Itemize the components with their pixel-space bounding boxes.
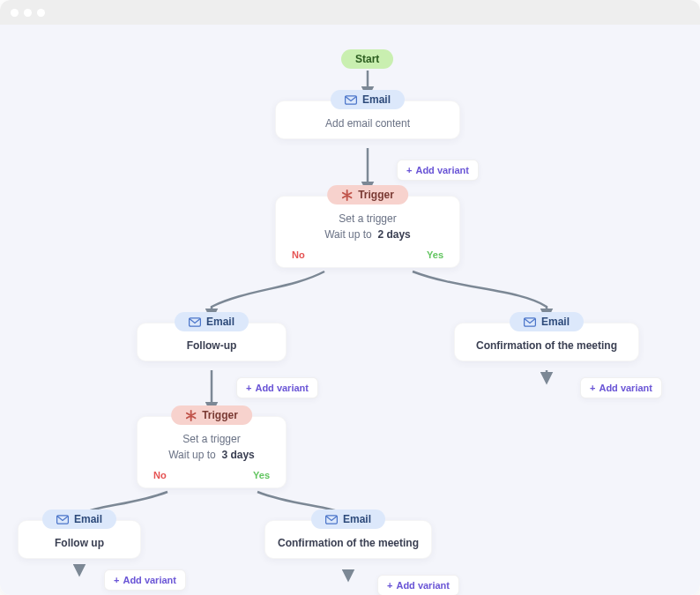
branch-yes: Yes [253, 470, 270, 480]
email-pill-label: Email [206, 316, 235, 328]
branch-no: No [153, 470, 167, 480]
email-pill: Email [311, 509, 385, 529]
start-label: Start [355, 53, 379, 65]
email-pill-label: Email [541, 316, 570, 328]
window-dot [37, 9, 45, 17]
email-pill-label: Email [343, 513, 371, 525]
branch-no: No [292, 249, 305, 260]
wait-value: 2 days [377, 228, 410, 241]
workflow-canvas[interactable]: Start Email Add email content + Add vari… [0, 25, 700, 595]
email-pill: Email [510, 312, 584, 331]
email-pill: Email [175, 312, 249, 331]
plus-icon: + [406, 165, 412, 175]
asterisk-icon [341, 190, 353, 201]
mail-icon [325, 515, 338, 524]
mail-icon [524, 317, 536, 327]
trigger-body: Set a trigger Wait up to 3 days [138, 417, 286, 470]
email-node[interactable]: Email Follow up [18, 520, 141, 559]
trigger-pill-label: Trigger [358, 189, 394, 201]
wait-value: 3 days [221, 449, 254, 461]
email-node[interactable]: Email Follow-up [137, 323, 287, 361]
mail-icon [189, 317, 201, 327]
email-node[interactable]: Email Add email content [275, 100, 460, 139]
plus-icon: + [114, 575, 119, 585]
window-dot [24, 9, 32, 17]
add-variant-button[interactable]: + Add variant [236, 377, 318, 398]
branch-yes: Yes [427, 249, 443, 260]
wait-prefix: Wait up to [324, 228, 372, 241]
window-dot [11, 9, 19, 17]
start-pill: Start [341, 49, 393, 69]
plus-icon: + [590, 383, 595, 393]
plus-icon: + [387, 580, 392, 591]
email-pill-label: Email [74, 513, 102, 525]
add-variant-label: Add variant [255, 383, 309, 393]
trigger-pill-label: Trigger [202, 409, 238, 421]
add-variant-label: Add variant [415, 165, 469, 175]
add-variant-button[interactable]: + Add variant [397, 160, 479, 181]
start-node[interactable]: Start [341, 49, 393, 69]
mail-icon [56, 515, 69, 524]
plus-icon: + [246, 383, 251, 393]
trigger-pill: Trigger [171, 405, 252, 425]
email-node[interactable]: Email Confirmation of the meeting [264, 520, 432, 559]
trigger-node[interactable]: Trigger Set a trigger Wait up to 2 days … [275, 196, 460, 268]
add-variant-label: Add variant [599, 383, 652, 393]
trigger-branches: No Yes [138, 470, 286, 487]
app-window: Start Email Add email content + Add vari… [0, 0, 700, 595]
trigger-line1: Set a trigger [288, 212, 447, 225]
trigger-pill: Trigger [327, 185, 408, 205]
trigger-node[interactable]: Trigger Set a trigger Wait up to 3 days … [137, 416, 287, 488]
trigger-line1: Set a trigger [150, 433, 273, 445]
window-titlebar [0, 0, 700, 25]
trigger-branches: No Yes [276, 249, 459, 267]
email-pill: Email [42, 509, 116, 529]
add-variant-label: Add variant [123, 575, 176, 585]
email-node[interactable]: Email Confirmation of the meeting [454, 323, 639, 361]
wait-prefix: Wait up to [168, 449, 216, 461]
add-variant-button[interactable]: + Add variant [104, 569, 186, 591]
email-pill-label: Email [362, 93, 391, 106]
asterisk-icon [185, 410, 197, 421]
add-variant-button[interactable]: + Add variant [377, 575, 459, 595]
trigger-body: Set a trigger Wait up to 2 days [276, 197, 459, 249]
add-variant-button[interactable]: + Add variant [580, 377, 662, 398]
email-pill: Email [331, 90, 405, 109]
mail-icon [345, 95, 357, 105]
add-variant-label: Add variant [396, 580, 450, 591]
